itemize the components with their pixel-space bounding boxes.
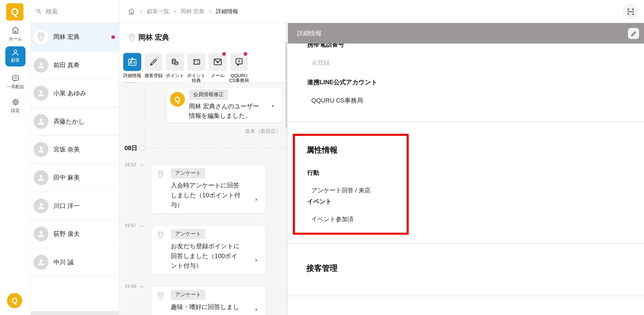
customer-row[interactable]: 中川 誠 <box>31 248 119 276</box>
service-management-heading: 接客管理 <box>306 263 338 274</box>
customer-name: 田中 麻美 <box>54 174 80 182</box>
timeline-card-survey[interactable]: アンケート 入会時アンケートに回答 しました（10ポイント付 与） <box>151 165 266 214</box>
action-label: ポイント <box>164 73 186 78</box>
sidebar-item-label: 設定 <box>0 108 31 114</box>
card-text-line: ント付与） <box>171 261 202 270</box>
timeline-tick <box>140 165 143 166</box>
event-value: イベント参加済 <box>311 215 354 223</box>
brand-letter: Q <box>12 296 18 305</box>
breadcrumb-separator <box>140 10 142 12</box>
sidebar-item-home[interactable]: ホーム <box>0 25 31 42</box>
chevron-right-icon[interactable] <box>270 103 276 109</box>
chat-history-icon <box>234 56 244 67</box>
avatar <box>34 142 48 157</box>
search-icon <box>35 8 42 15</box>
activity-timeline-panel: 20:25 岡林 宏典 詳細情報 接客登録 ポイント ポイント特典 <box>119 23 288 315</box>
action-qquru-cs[interactable]: QQURU CS事務局 <box>228 53 250 83</box>
attribute-info-heading: 属性情報 <box>306 145 338 155</box>
brand-letter: Q <box>11 6 18 18</box>
timeline-line <box>145 84 145 147</box>
section-divider <box>288 122 644 122</box>
chat-bubble-icon <box>11 74 20 83</box>
customer-row[interactable]: 前田 真希 <box>31 51 119 79</box>
brand-logo[interactable]: Q <box>6 3 24 20</box>
phone-number-value: 未登録 <box>311 59 330 67</box>
customer-row[interactable]: 荻野 康夫 <box>31 220 119 248</box>
search-input[interactable]: 検索 <box>46 8 58 16</box>
line-account-label: 連携LINE公式アカウント <box>307 78 378 86</box>
avatar <box>34 114 48 129</box>
customer-row[interactable]: 田中 麻美 <box>31 164 119 192</box>
action-label: 接客登録 <box>143 73 164 78</box>
customer-name: 小泉 あゆみ <box>54 90 86 97</box>
timeline-card-survey[interactable]: アンケート お友だち登録ポイントに 回答しました（100ポイ ント付与） <box>151 225 266 274</box>
detail-panel-header: 詳細情報 <box>288 23 644 43</box>
card-text-line: 岡林 宏典さんのユーザー <box>189 101 259 111</box>
person-icon <box>36 89 46 98</box>
person-icon <box>36 117 46 126</box>
customer-name: 川口 洋一 <box>54 202 80 210</box>
breadcrumb-customers-list[interactable]: 顧客一覧 <box>147 7 169 15</box>
behavior-label: 行動 <box>307 169 319 177</box>
search-bar[interactable]: 検索 <box>31 0 119 23</box>
unread-dot <box>111 35 115 39</box>
rabbit-avatar-icon <box>156 291 165 300</box>
timeline-tick <box>140 287 143 287</box>
chevron-right-icon[interactable] <box>254 307 259 312</box>
chevron-right-icon[interactable] <box>254 197 259 202</box>
rabbit-avatar <box>34 29 48 44</box>
card-tag: アンケート <box>171 229 205 239</box>
notification-dot <box>244 52 247 56</box>
card-tag: アンケート <box>171 168 205 179</box>
customer-name: 中川 誠 <box>54 259 74 266</box>
ticket-icon <box>191 56 202 67</box>
timeline-card-member-edit[interactable]: Q 会員情報修正 岡林 宏典さんのユーザー 情報を編集しました。 <box>166 87 282 123</box>
customer-list: 岡林 宏典 前田 真希 小泉 あゆみ 斉藤たかし 宮坂 奈美 田中 麻美 <box>31 23 119 276</box>
brand-logo-bottom[interactable]: Q <box>7 293 22 308</box>
card-tag: 会員情報修正 <box>189 89 228 100</box>
card-text-line: しました（10ポイント付 <box>171 190 240 200</box>
timeline-card-survey[interactable]: アンケート 趣味・嗜好に回答しまし <box>151 286 266 315</box>
avatar <box>34 227 48 241</box>
customer-row[interactable]: 川口 洋一 <box>31 192 119 220</box>
detail-info-panel: 携帯電話番号 詳細情報 未登録 連携LINE公式アカウント QQURU CS事務… <box>288 23 644 315</box>
customer-name: 岡林 宏典 <box>54 33 80 41</box>
pencil-icon <box>149 57 158 67</box>
customer-row[interactable]: 斉藤たかし <box>31 107 119 136</box>
action-service-register[interactable]: 接客登録 <box>143 53 164 78</box>
chevron-right-icon[interactable] <box>254 258 259 263</box>
card-tag: アンケート <box>171 290 205 300</box>
avatar <box>34 255 48 270</box>
customer-row-selected[interactable]: 岡林 宏典 <box>31 23 119 51</box>
breadcrumb-separator <box>174 10 176 12</box>
rabbit-avatar-icon <box>156 170 165 179</box>
avatar <box>34 170 48 185</box>
customer-row[interactable]: 宮坂 奈美 <box>31 136 119 164</box>
action-points[interactable]: ポイント <box>164 53 186 78</box>
customer-name-heading: 岡林 宏典 <box>138 32 169 42</box>
action-mail[interactable]: メール <box>207 53 228 78</box>
home-icon[interactable] <box>127 7 136 15</box>
person-icon <box>11 48 20 57</box>
id-card-icon <box>127 56 138 67</box>
edit-button[interactable] <box>628 28 639 39</box>
rabbit-avatar-icon <box>127 33 137 43</box>
customer-row[interactable]: 小泉 あゆみ <box>31 79 119 107</box>
action-point-rewards[interactable]: ポイント特典 <box>186 53 207 83</box>
avatar <box>34 86 48 100</box>
qquru-crm-app: Q ホーム 顧客 一斉配信 設定 Q 検索 岡林 宏典 <box>0 0 644 315</box>
sidebar-item-settings[interactable]: 設定 <box>0 98 31 114</box>
section-divider <box>288 295 644 296</box>
panel-bottom-edge <box>31 311 119 315</box>
notification-dot <box>222 52 226 56</box>
fullscreen-button[interactable] <box>622 4 638 19</box>
sidebar-item-broadcast[interactable]: 一斉配信 <box>0 74 31 90</box>
detail-panel-title: 詳細情報 <box>297 29 322 37</box>
breadcrumb-customer-name[interactable]: 岡林 宏典 <box>181 7 204 15</box>
attribute-info-highlight-box: 属性情報 行動 アンケート回答 / 来店 イベント イベント参加済 <box>293 134 409 235</box>
timeline-date: 08日 <box>124 145 138 152</box>
sidebar-item-customers[interactable]: 顧客 <box>5 46 26 67</box>
action-detail-info[interactable]: 詳細情報 <box>122 53 143 78</box>
gear-icon <box>11 98 20 107</box>
scrollbar-thumb[interactable] <box>286 41 287 128</box>
